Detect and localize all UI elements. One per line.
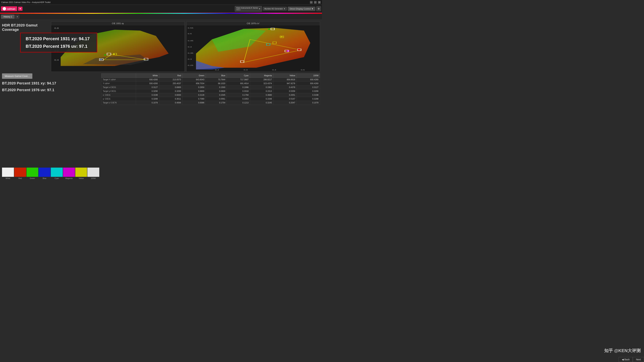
swatch-label-yellow: Yellow [78,177,84,179]
table-cell: 0.3200 [159,89,182,93]
table-cell: 0.1754 [206,101,227,105]
logo-dropdown-button[interactable]: ▼ [18,7,22,11]
history-tab[interactable]: History 1 [1,14,14,19]
table-cell: 0.0086 [182,101,206,105]
table-cell: 0.2650 [182,85,206,89]
swatch-color-magenta [63,168,75,177]
table-cell: 0.6830 [159,93,182,97]
cie1976-label: CIE 1976 u'v' [186,22,320,25]
table-cell: 0.1500 [206,85,227,89]
meter-dropdown-content: Klein Instruments K Series MI6/2 [236,7,258,11]
svg-text:0.3: 0.3 [188,58,192,60]
calman-logo: calman [1,6,17,11]
swatch-item: Blue [38,168,50,179]
table-col-header: Yellow [273,73,297,78]
table-cell: 0.3198 [136,93,159,97]
svg-text:0.45: 0.45 [188,40,194,41]
table-cell: 0.3011 [159,97,182,101]
swatch-item: Red [14,168,26,179]
table-col-header: 100W [297,73,320,78]
swatch-label-green: Green [30,177,35,179]
table-row: Target x:CIE310.31270.68000.26500.15000.… [102,85,320,89]
swatch-label-magenta: Magenta [66,177,72,179]
main-toolbar: calman ▼ Klein Instruments K Series MI6/… [0,5,322,13]
svg-text:0.2: 0.2 [215,69,219,70]
table-cell: 0.3353 [227,97,250,101]
table-cell: 255.4037 [159,82,182,85]
table-cell: 0.4064 [159,101,182,105]
table-cell: 0.1996 [227,85,250,89]
swatch-item: Magenta [63,168,75,179]
table-row-label: x: CIE31 [102,93,136,97]
meter-dropdown[interactable]: Klein Instruments K Series MI6/2 ▼ [235,6,262,11]
title-bar: Calman 2021 Calman Video Pro - Analysis/… [0,0,322,5]
table-cell: 643.6043 [182,78,206,82]
swatch-color-green [26,168,38,177]
svg-text:0.3: 0.3 [244,69,248,70]
swatch-item: Green [26,168,38,179]
table-cell: 930.4260 [297,78,320,82]
swatch-label-white: White [6,177,10,179]
table-cell: 0.4378 [273,85,297,89]
table-cell: 691.4914 [227,82,250,85]
bottom-left-panel: Measure Gamut Cove... BT.2020 Percent 19… [2,73,99,179]
table-cell: 930.4260 [136,78,159,82]
swatch-item: Cyan [51,168,63,179]
table-row: Target Y cd/m²930.4260213.0573643.604373… [102,78,320,82]
table-cell: 323.4374 [250,82,273,85]
bottom-section: Measure Gamut Cove... BT.2020 Percent 19… [2,73,320,179]
add-tab-button[interactable]: + [15,15,19,19]
table-row-label: Y cd/m² [102,82,136,85]
table-col-header [102,73,136,78]
blue-measured [100,59,102,60]
table-cell: 947.9278 [273,82,297,85]
table-cell: 930.4260 [136,82,159,85]
swatch-color-white [2,168,14,177]
window-controls[interactable]: — □ ✕ [310,1,321,4]
generator-dropdown[interactable]: Murideo 6G Generator ▼ [263,7,287,10]
direct-display-arrow-icon: ▼ [311,7,314,10]
generator-label: Murideo 6G Generator [264,8,283,10]
table-col-header: White [136,73,159,78]
table-cell: 0.3288 [297,97,320,101]
table-cell: 0.1794 [227,93,250,97]
color-swatches: WhiteRedGreenBlueCyanMagentaYellow100W [2,168,99,179]
swatch-color-100w [88,168,99,177]
overlay-stat1: BT.2020 Percent 1931 xy: 94.17 [26,36,92,41]
table-cell: 0.3127 [136,85,159,89]
table-cell: 0.2047 [273,101,297,105]
table-cell: 0.3127 [297,85,320,89]
green-measured [104,54,106,55]
table-row: Target y:CIE310.32900.32000.69000.06000.… [102,89,320,93]
cie1976-svg: 0.55 0.5 0.45 0.4 0.35 0.3 0.25 0.2 0.3 … [186,25,320,71]
table-col-header: Cyan [227,73,250,78]
table-cell: 0.7080 [182,97,206,101]
swatch-label-red: Red [18,177,22,179]
table-cell: 0.3198 [297,93,320,97]
direct-display-button[interactable]: Direct Display Control ▼ [288,7,315,11]
cie1976-green-dot [268,29,270,30]
table-cell: 0.0600 [206,89,227,93]
table-cell: 213.0573 [159,78,182,82]
cie1931-label: CIE 1931 xy [51,22,184,25]
table-col-header: Blue [206,73,227,78]
svg-text:0.55: 0.55 [188,27,194,29]
table-cell: 0.1213 [227,101,250,105]
measure-gamut-button[interactable]: Measure Gamut Cove... [2,73,32,79]
swatch-color-cyan [51,168,63,177]
table-row-label: Target Y cd/m² [102,78,136,82]
maximize-button[interactable]: □ [314,1,317,4]
close-button[interactable]: ✕ [318,1,321,4]
table-cell: 0.3318 [227,89,250,93]
swatch-label-100w: 100W [91,177,96,179]
minimize-button[interactable]: — [310,1,312,4]
svg-text:0.4: 0.4 [272,69,276,70]
svg-text:0.5: 0.5 [301,69,305,70]
overlay-stats-box: BT.2020 Percent 1931 xy: 94.17 BT.2020 P… [20,33,97,52]
settings-button[interactable]: ⚙ [316,6,321,11]
swatch-color-red [14,168,26,177]
cie1976-container: CIE 1976 u'v' 0.55 0.5 0.45 0.4 0.35 0.3… [186,21,320,72]
table-cell: 930.4260 [297,82,320,85]
table-cell: 0.5359 [273,89,297,93]
table-row-label: Target x:CIE31 [102,85,136,89]
